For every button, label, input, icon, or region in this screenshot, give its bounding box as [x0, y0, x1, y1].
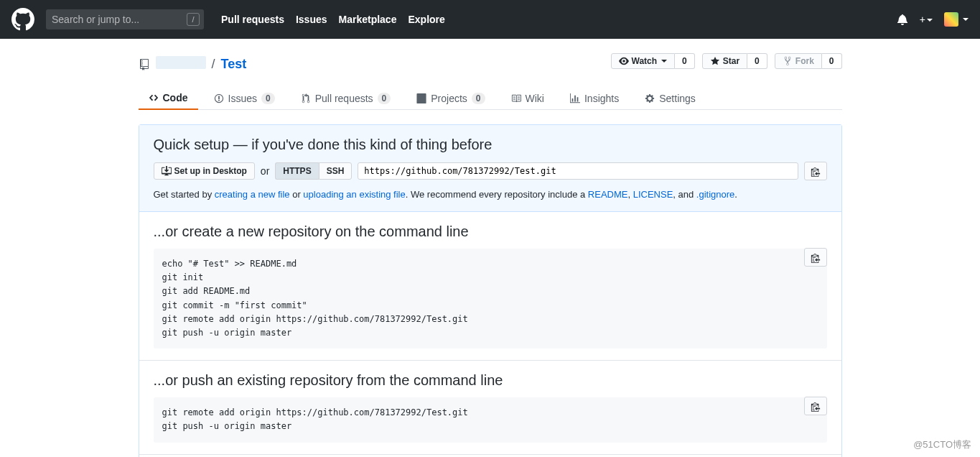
- repo-head: Watch 0 Star 0 Fork 0 / Test: [139, 50, 842, 73]
- notifications-icon[interactable]: [897, 14, 908, 25]
- watermark: @51CTO博客: [913, 438, 971, 451]
- nav-pull-requests[interactable]: Pull requests: [221, 14, 284, 25]
- header-right: +: [897, 12, 969, 27]
- tab-code[interactable]: Code: [139, 87, 198, 110]
- github-logo-icon[interactable]: [11, 8, 34, 31]
- owner-link[interactable]: [156, 56, 206, 73]
- tab-projects[interactable]: Projects0: [406, 87, 495, 109]
- tab-settings[interactable]: Settings: [635, 87, 706, 109]
- upload-file-link[interactable]: uploading an existing file: [303, 189, 405, 200]
- avatar-icon: [944, 12, 958, 27]
- push-repo-title: ...or push an existing repository from t…: [154, 372, 827, 389]
- search-slash-icon: /: [187, 13, 200, 26]
- copy-create-button[interactable]: [804, 248, 827, 267]
- nav-explore[interactable]: Explore: [408, 14, 444, 25]
- readme-link[interactable]: README: [588, 189, 628, 200]
- repo-icon: [139, 59, 150, 70]
- watch-count[interactable]: 0: [675, 53, 695, 69]
- tab-pull-requests[interactable]: Pull requests0: [291, 87, 401, 109]
- main-header: Search or jump to... / Pull requests Iss…: [0, 0, 980, 39]
- create-repo-section: ...or create a new repository on the com…: [139, 212, 841, 361]
- create-repo-title: ...or create a new repository on the com…: [154, 223, 827, 240]
- gitignore-link[interactable]: .gitignore: [696, 189, 734, 200]
- search-placeholder: Search or jump to...: [52, 14, 139, 25]
- user-menu[interactable]: [944, 12, 969, 27]
- repo-title: / Test: [139, 56, 611, 73]
- https-button[interactable]: HTTPS: [275, 162, 318, 180]
- push-repo-section: ...or push an existing repository from t…: [139, 361, 841, 454]
- create-file-link[interactable]: creating a new file: [215, 189, 290, 200]
- ssh-button[interactable]: SSH: [319, 162, 353, 180]
- or-text: or: [261, 165, 269, 177]
- copy-url-button[interactable]: [804, 162, 827, 180]
- push-repo-code[interactable]: git remote add origin https://github.com…: [154, 397, 827, 442]
- search-input[interactable]: Search or jump to... /: [46, 9, 204, 29]
- quick-setup: Quick setup — if you've done this kind o…: [139, 125, 841, 212]
- separator: /: [212, 57, 215, 72]
- license-link[interactable]: LICENSE: [633, 189, 673, 200]
- nav-issues[interactable]: Issues: [296, 14, 327, 25]
- nav-links: Pull requests Issues Marketplace Explore: [221, 14, 445, 25]
- star-count[interactable]: 0: [747, 53, 767, 69]
- nav-marketplace[interactable]: Marketplace: [339, 14, 397, 25]
- create-new-icon[interactable]: +: [920, 14, 933, 25]
- setup-desktop-button[interactable]: Set up in Desktop: [154, 162, 255, 180]
- fork-button[interactable]: Fork: [775, 53, 822, 69]
- star-button[interactable]: Star: [702, 53, 747, 69]
- copy-push-button[interactable]: [804, 397, 827, 415]
- help-text: Get started by creating a new file or up…: [154, 189, 827, 200]
- import-section: ...or import code from another repositor…: [139, 455, 841, 458]
- fork-count[interactable]: 0: [822, 53, 842, 69]
- repo-actions: Watch 0 Star 0 Fork 0: [611, 53, 842, 69]
- quick-setup-title: Quick setup — if you've done this kind o…: [154, 137, 827, 153]
- repo-tabs: Code Issues0 Pull requests0 Projects0 Wi…: [139, 87, 842, 110]
- setup-box: Quick setup — if you've done this kind o…: [139, 124, 842, 457]
- tab-issues[interactable]: Issues0: [204, 87, 285, 109]
- create-repo-code[interactable]: echo "# Test" >> README.md git init git …: [154, 249, 827, 348]
- clone-url-input[interactable]: [358, 162, 798, 180]
- main-content: Watch 0 Star 0 Fork 0 / Test Code Issues…: [139, 39, 842, 457]
- tab-insights[interactable]: Insights: [560, 87, 629, 109]
- repo-name-link[interactable]: Test: [221, 57, 247, 72]
- watch-button[interactable]: Watch: [611, 53, 676, 69]
- tab-wiki[interactable]: Wiki: [501, 87, 554, 109]
